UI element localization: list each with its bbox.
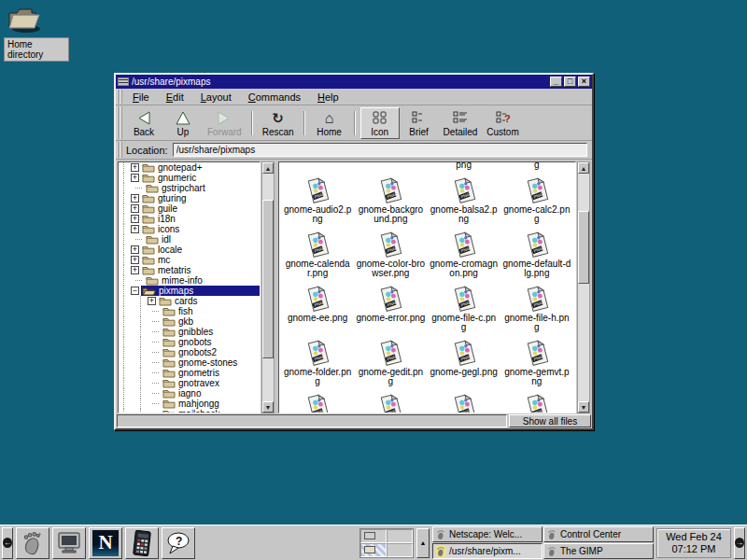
file-gnome-default-dlg.png[interactable]: PNGgnome-default-dlg.png: [500, 230, 573, 284]
help-launcher[interactable]: ?: [162, 527, 195, 559]
file-gnome-aisleriot.png[interactable]: PNGgnome-aisleriot.png: [428, 161, 500, 175]
detailed-button[interactable]: Detailed: [439, 107, 483, 139]
file-gnome-file-h.png[interactable]: PNGgnome-file-h.png: [500, 284, 573, 338]
clock-applet[interactable]: Wed Feb 24 07:12 PM: [656, 528, 731, 558]
file-gnome-gedit.png[interactable]: PNGgnome-gedit.png: [354, 338, 427, 392]
tree-scroll-down-icon[interactable]: ▼: [262, 401, 274, 413]
panel-hide-right-button[interactable]: →: [734, 527, 745, 559]
file-gnome-gegl.png[interactable]: PNGgnome-gegl.png: [428, 338, 500, 392]
tree-item-pixmaps[interactable]: −pixmaps: [119, 286, 260, 296]
titlebar[interactable]: /usr/share/pixmaps _ □ ×: [116, 75, 592, 89]
tree-item-guile[interactable]: +guile: [119, 203, 260, 214]
file-gnome-error.png[interactable]: PNGgnome-error.png: [354, 284, 427, 338]
tree-scroll-up-icon[interactable]: ▲: [262, 162, 274, 174]
file-gkb.xpm[interactable]: PNGgkb.xpm: [354, 161, 427, 175]
expand-icon[interactable]: +: [131, 215, 139, 223]
tree-item-iagno[interactable]: iagno: [119, 388, 260, 399]
file-gnome-ee.png[interactable]: PNGgnome-ee.png: [281, 284, 354, 338]
brief-button[interactable]: Brief: [400, 107, 439, 139]
file-gnome-audio2.png[interactable]: PNGgnome-audio2.png: [281, 175, 354, 230]
locationbar-grip-handle[interactable]: [117, 142, 122, 158]
desktop-pager[interactable]: [359, 528, 414, 558]
tasklist-toggle-button[interactable]: ▲: [416, 528, 430, 558]
file-gnome-aorta.png[interactable]: PNGgnome-aorta.png: [500, 161, 573, 175]
file-gnome-balsa2.png[interactable]: PNGgnome-balsa2.png: [428, 175, 500, 230]
menu-help[interactable]: Help: [309, 90, 347, 105]
tree-item-mahjongg[interactable]: mahjongg: [119, 399, 260, 409]
file-scroll-down-icon[interactable]: ▼: [578, 401, 589, 413]
panel-hide-left-button[interactable]: ←: [2, 527, 13, 559]
expand-icon[interactable]: +: [131, 194, 139, 203]
file-gnome-color-browser.png[interactable]: PNGgnome-color-browser.png: [354, 230, 427, 284]
tree-item-locale[interactable]: +locale: [119, 245, 260, 255]
tree-item-idl[interactable]: idl: [119, 234, 260, 245]
file-gnome-gemvt.png[interactable]: PNGgnome-gemvt.png: [500, 338, 573, 392]
tree-item-i18n[interactable]: +i18n: [119, 214, 260, 224]
tree-item-metatris[interactable]: +metatris: [119, 265, 260, 275]
file-scroll-up-icon[interactable]: ▲: [578, 162, 589, 174]
tree-scrollbar-thumb[interactable]: [262, 200, 274, 358]
file-item[interactable]: PNG: [500, 392, 573, 413]
menu-file[interactable]: File: [124, 90, 158, 105]
back-button[interactable]: Back: [124, 107, 163, 139]
tree-item-gnotepad+[interactable]: +gnotepad+: [119, 162, 260, 173]
expand-icon[interactable]: +: [131, 174, 139, 182]
tree-item-gstripchart[interactable]: gstripchart: [119, 183, 260, 193]
task-button[interactable]: /usr/share/pixm...: [432, 543, 543, 559]
toolbar-grip-handle[interactable]: [117, 106, 122, 139]
tree-item-gnome-stones[interactable]: gnome-stones: [119, 357, 260, 368]
custom-button[interactable]: ?Custom: [482, 107, 523, 139]
file-gnome-calendar.png[interactable]: PNGgnome-calendar.png: [281, 230, 354, 284]
file-emacs.png[interactable]: PNGemacs.png: [281, 161, 354, 175]
file-item[interactable]: PNG: [281, 392, 354, 413]
file-item[interactable]: PNG: [354, 392, 427, 413]
pager-desktop-1[interactable]: [360, 529, 387, 543]
show-all-files-button[interactable]: Show all files: [509, 414, 591, 427]
expand-icon[interactable]: +: [131, 256, 139, 264]
forward-button[interactable]: Forward: [203, 107, 247, 139]
home-button[interactable]: ⌂Home: [310, 107, 349, 139]
expand-icon[interactable]: +: [131, 245, 139, 254]
calculator-launcher[interactable]: [125, 527, 159, 559]
expand-icon[interactable]: +: [131, 266, 139, 274]
file-gnome-file-c.png[interactable]: PNGgnome-file-c.png: [428, 284, 500, 338]
expand-icon[interactable]: +: [148, 297, 156, 305]
tree-item-gnobots[interactable]: gnobots: [119, 337, 260, 347]
menu-commands[interactable]: Commands: [240, 90, 309, 105]
menu-layout[interactable]: Layout: [192, 90, 240, 105]
pager-desktop-2[interactable]: [387, 529, 413, 543]
up-button[interactable]: Up: [163, 107, 203, 139]
close-button[interactable]: ×: [578, 77, 590, 87]
tree-item-mc[interactable]: +mc: [119, 255, 260, 265]
tree-item-cards[interactable]: +cards: [119, 296, 260, 306]
minimize-button[interactable]: _: [550, 77, 562, 87]
expand-icon[interactable]: +: [131, 225, 139, 233]
tree-item-gnumeric[interactable]: +gnumeric: [119, 173, 260, 183]
menu-edit[interactable]: Edit: [158, 90, 192, 105]
tree-item-icons[interactable]: +icons: [119, 224, 260, 234]
file-item[interactable]: PNG: [428, 392, 500, 413]
expand-icon[interactable]: +: [131, 204, 139, 213]
task-button[interactable]: Control Center: [543, 526, 654, 542]
tree-item-gnibbles[interactable]: gnibbles: [119, 327, 260, 337]
main-menu-button[interactable]: [16, 527, 49, 559]
tree-item-gturing[interactable]: +gturing: [119, 193, 260, 203]
task-button[interactable]: Netscape: Welc...: [432, 526, 543, 542]
tree-item-gkb[interactable]: gkb: [119, 316, 260, 327]
rescan-button[interactable]: ↻Rescan: [258, 107, 299, 139]
file-gnome-background.png[interactable]: PNGgnome-background.png: [354, 175, 427, 230]
task-button[interactable]: The GIMP: [543, 543, 654, 559]
tree-item-mime-info[interactable]: mime-info: [119, 275, 260, 286]
netscape-launcher[interactable]: N: [89, 527, 122, 559]
tree-item-fish[interactable]: fish: [119, 306, 260, 316]
file-scrollbar-thumb[interactable]: [578, 211, 589, 284]
menubar-grip-handle[interactable]: [117, 90, 122, 104]
tree-item-gnometris[interactable]: gnometris: [119, 368, 260, 378]
window-menu-icon[interactable]: [118, 77, 129, 86]
pager-desktop-4[interactable]: [387, 543, 413, 557]
file-gnome-cromagnon.png[interactable]: PNGgnome-cromagnon.png: [428, 230, 500, 284]
tree-item-gnobots2[interactable]: gnobots2: [119, 347, 260, 357]
home-directory-desktop-icon[interactable]: Home directory: [4, 4, 69, 62]
collapse-icon[interactable]: −: [131, 287, 139, 295]
maximize-button[interactable]: □: [564, 77, 576, 87]
